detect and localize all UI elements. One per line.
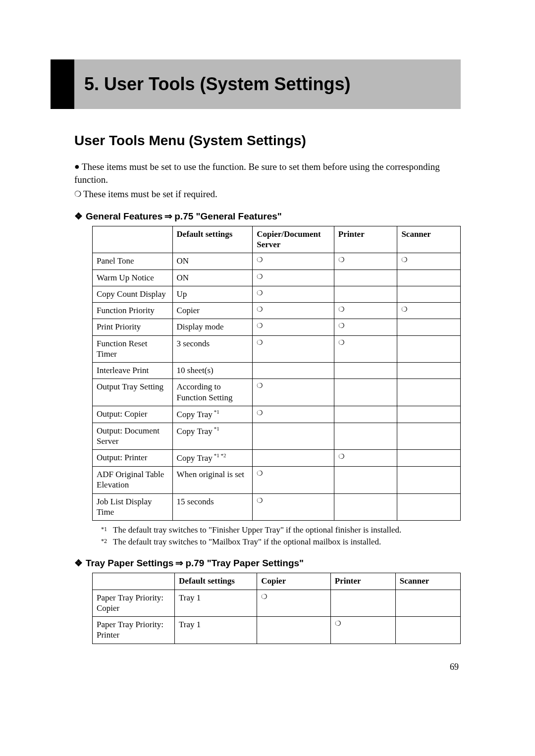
- footnote-ref: *1: [213, 409, 219, 415]
- cell-mark: ❍: [253, 379, 334, 406]
- cell-default: Copier: [172, 303, 253, 319]
- chapter-title: 5. User Tools (System Settings): [84, 74, 350, 95]
- cell-name: Panel Tone: [93, 253, 173, 270]
- cell-default: Display mode: [172, 319, 253, 335]
- section-title: User Tools Menu (System Settings): [74, 133, 461, 149]
- cell-default: According to Function Setting: [172, 379, 253, 406]
- cell-name: Function Priority: [93, 303, 173, 319]
- cell-default: When original is set: [172, 467, 253, 494]
- table-row: Output: PrinterCopy Tray *1 *2❍: [93, 450, 461, 467]
- th-default: Default settings: [172, 226, 253, 253]
- cell-mark: ❍: [334, 450, 397, 467]
- cell-mark: [253, 450, 334, 467]
- cell-default: Tray 1: [175, 617, 257, 644]
- cell-default: ON: [172, 253, 253, 270]
- cell-mark: [397, 467, 461, 494]
- cell-mark: ❍: [334, 335, 397, 363]
- subhead-general-features: General Featuresp.75 "General Features": [74, 211, 461, 222]
- th-default: Default settings: [175, 573, 257, 590]
- table-row: Print PriorityDisplay mode❍❍: [93, 319, 461, 335]
- cell-mark: ❍: [253, 253, 334, 270]
- cell-name: Output: Copier: [93, 406, 173, 423]
- intro-required: These items must be set to use the funct…: [74, 161, 461, 186]
- cell-mark: ❍: [253, 303, 334, 319]
- subhead1-ref: p.75 "General Features": [174, 211, 282, 221]
- th-blank: [93, 573, 175, 590]
- cell-default: ON: [172, 270, 253, 286]
- th-printer: Printer: [330, 573, 395, 590]
- page-number: 69: [74, 662, 461, 672]
- cell-mark: [334, 270, 397, 286]
- cell-mark: [397, 286, 461, 302]
- table-general-features: Default settings Copier/Document Server …: [92, 226, 461, 521]
- cell-mark: ❍: [397, 303, 461, 319]
- table-row: ADF Original Table ElevationWhen origina…: [93, 467, 461, 494]
- table-row: Interleave Print10 sheet(s): [93, 363, 461, 379]
- cell-name: Function Reset Timer: [93, 335, 173, 363]
- subhead2-ref: p.79 "Tray Paper Settings": [185, 558, 304, 568]
- intro-optional-text: These items must be set if required.: [83, 189, 217, 199]
- cell-mark: ❍: [334, 319, 397, 335]
- th-copier-docserver: Copier/Document Server: [253, 226, 334, 253]
- cell-name: Warm Up Notice: [93, 270, 173, 286]
- footnote: *2The default tray switches to "Mailbox …: [101, 537, 461, 547]
- footnote-number: *1: [101, 525, 109, 536]
- cell-mark: [397, 270, 461, 286]
- cell-mark: [334, 406, 397, 423]
- cell-mark: ❍: [253, 406, 334, 423]
- cell-mark: ❍: [253, 493, 334, 521]
- cell-mark: [334, 286, 397, 302]
- cell-mark: [395, 617, 460, 644]
- cell-mark: ❍: [330, 617, 395, 644]
- cell-mark: ❍: [253, 319, 334, 335]
- subhead-tray-paper: Tray Paper Settingsp.79 "Tray Paper Sett…: [74, 557, 461, 569]
- chapter-number-block: [51, 59, 74, 109]
- cell-mark: ❍: [334, 303, 397, 319]
- cell-mark: [397, 379, 461, 406]
- cell-mark: [397, 406, 461, 423]
- cell-default: Tray 1: [175, 590, 257, 617]
- cell-name: Interleave Print: [93, 363, 173, 379]
- intro-required-text: These items must be set to use the funct…: [74, 162, 440, 185]
- cell-mark: [334, 493, 397, 521]
- table-row: Paper Tray Priority: PrinterTray 1❍: [93, 617, 461, 644]
- th-scanner: Scanner: [395, 573, 460, 590]
- cell-name: Paper Tray Priority: Printer: [93, 617, 175, 644]
- cell-mark: [397, 319, 461, 335]
- cell-name: Job List Display Time: [93, 493, 173, 521]
- cell-name: Output: Document Server: [93, 423, 173, 450]
- cell-default: Copy Tray *1 *2: [172, 450, 253, 467]
- table-row: Warm Up NoticeON❍: [93, 270, 461, 286]
- diamond-icon: [74, 211, 86, 221]
- cell-mark: [253, 363, 334, 379]
- cell-mark: [334, 379, 397, 406]
- cell-default: Up: [172, 286, 253, 302]
- table-tray-paper: Default settings Copier Printer Scanner …: [92, 573, 461, 644]
- intro-optional: These items must be set if required.: [74, 188, 461, 201]
- table-row: Function PriorityCopier❍❍❍: [93, 303, 461, 319]
- table-row: Output Tray SettingAccording to Function…: [93, 379, 461, 406]
- cell-name: ADF Original Table Elevation: [93, 467, 173, 494]
- cell-mark: [395, 590, 460, 617]
- table-header-row: Default settings Copier/Document Server …: [93, 226, 461, 253]
- table-row: Panel ToneON❍❍❍: [93, 253, 461, 270]
- footnotes: *1The default tray switches to "Finisher…: [101, 525, 461, 547]
- cell-default: Copy Tray *1: [172, 423, 253, 450]
- diamond-icon: [74, 558, 86, 568]
- chapter-header: 5. User Tools (System Settings): [74, 59, 461, 109]
- cell-name: Paper Tray Priority: Copier: [93, 590, 175, 617]
- footnote-text: The default tray switches to "Mailbox Tr…: [113, 537, 381, 547]
- th-blank: [93, 226, 173, 253]
- chapter-title-bar: 5. User Tools (System Settings): [74, 59, 461, 109]
- table-row: Function Reset Timer3 seconds❍❍: [93, 335, 461, 363]
- cell-mark: ❍: [253, 286, 334, 302]
- footnote: *1The default tray switches to "Finisher…: [101, 525, 461, 536]
- cell-name: Output Tray Setting: [93, 379, 173, 406]
- footnote-ref: *1 *2: [213, 452, 226, 458]
- table-row: Output: Document ServerCopy Tray *1: [93, 423, 461, 450]
- cell-name: Output: Printer: [93, 450, 173, 467]
- th-scanner: Scanner: [397, 226, 461, 253]
- cell-mark: [397, 423, 461, 450]
- cell-mark: [397, 450, 461, 467]
- th-copier: Copier: [257, 573, 331, 590]
